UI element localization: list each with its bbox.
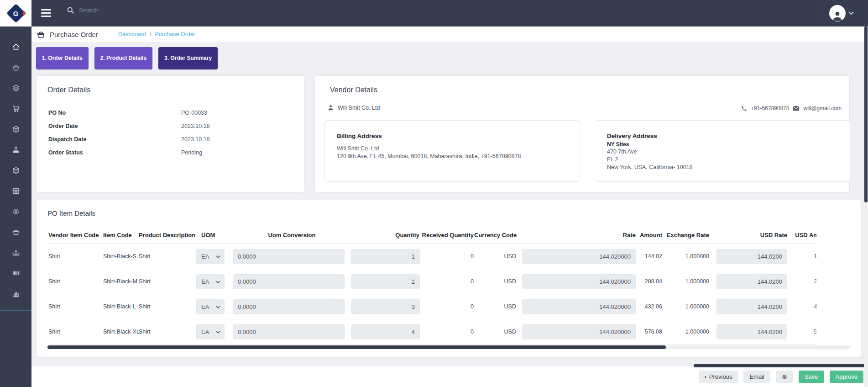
usd-rate-input[interactable]: [716, 249, 787, 264]
rate-input[interactable]: [522, 249, 636, 264]
menu-toggle-icon[interactable]: [41, 9, 51, 17]
tab-order-summary[interactable]: 3. Order Summary: [158, 47, 218, 69]
billing-address-card: Billing Address Will Smit Co. Ltd 120 9t…: [324, 120, 580, 182]
cell-currency-code: USD: [474, 244, 517, 269]
col-header-received-quantity: Received Quantity: [420, 227, 474, 244]
logo-letter: G: [13, 9, 19, 17]
box-icon: [11, 125, 21, 134]
breadcrumb-link-dashboard[interactable]: Dashboard: [118, 31, 146, 37]
email-button[interactable]: Email: [743, 371, 770, 383]
col-header-exchange-rate: Exchange Rate: [665, 227, 712, 244]
delivery-line: New York, USA, California- 10018: [607, 164, 693, 170]
sidebar-item-products[interactable]: [0, 78, 31, 98]
cell-exchange-rate: 1.000000: [665, 244, 712, 269]
uom-select[interactable]: EA: [196, 274, 225, 289]
uom-conversion-input[interactable]: [233, 299, 345, 314]
cell-usd-amount: 432.06: [788, 294, 816, 319]
field-order-date: Order Date 2023.10.18: [48, 119, 295, 133]
user-menu[interactable]: [819, 5, 864, 21]
usd-rate-input[interactable]: [716, 324, 787, 339]
col-header-amount: Amount: [636, 227, 665, 244]
field-po-no: PO No PO-00033: [48, 106, 295, 119]
search-input[interactable]: [79, 7, 179, 14]
uom-conversion-input[interactable]: [233, 324, 345, 339]
uom-value: EA: [201, 244, 209, 269]
chevron-left-icon: ‹: [705, 373, 706, 380]
sidebar-nav: [0, 27, 31, 387]
approve-button[interactable]: Approve: [830, 371, 863, 383]
page-vscrollbar-track[interactable]: [864, 27, 868, 387]
sidebar-item-receiving[interactable]: [0, 242, 31, 263]
quantity-input[interactable]: [351, 299, 420, 314]
cell-amount: 288.04: [636, 269, 665, 294]
vendor-name: Will Smit Co. Ltd: [338, 105, 380, 111]
uom-value: EA: [201, 294, 209, 319]
rate-input[interactable]: [522, 299, 636, 314]
uom-conversion-input[interactable]: [233, 274, 345, 289]
sidebar-item-barcode[interactable]: [0, 263, 31, 283]
po-item-details-card: PO Item Details Vendor Item Code Item Co…: [36, 200, 861, 357]
chevron-down-icon: [216, 255, 220, 258]
sidebar-item-catalog[interactable]: [0, 160, 31, 180]
uom-select[interactable]: EA: [196, 299, 225, 314]
basket-icon: [36, 30, 46, 39]
uom-value: EA: [201, 269, 209, 294]
col-header-vendor-item-code: Vendor Item Code: [47, 227, 102, 244]
table-row: Shirt Shirt-Black-L Shirt EA 0 USD 432.0…: [47, 294, 816, 319]
usd-rate-input[interactable]: [716, 299, 787, 314]
page-vscrollbar-thumb[interactable]: [864, 27, 868, 202]
sidebar-item-cart[interactable]: [0, 98, 31, 119]
cell-exchange-rate: 1.000000: [665, 269, 712, 294]
cell-product-description: Shirt: [138, 294, 196, 319]
uom-select[interactable]: EA: [196, 249, 225, 264]
sidebar-item-vendors[interactable]: [0, 139, 31, 160]
sidebar-item-settings[interactable]: [0, 201, 31, 222]
sidebar-item-home[interactable]: [0, 37, 31, 57]
quantity-input[interactable]: [351, 324, 420, 339]
sidebar-item-orders[interactable]: [0, 57, 31, 78]
home-icon: [11, 42, 21, 52]
col-header-rate: Rate: [517, 227, 636, 244]
wizard-tabs: 1. Order Details 2. Product Details 3. O…: [36, 47, 218, 69]
logo-diamond-icon: G: [6, 4, 25, 23]
usd-rate-input[interactable]: [716, 274, 787, 289]
app-logo[interactable]: G: [0, 0, 31, 27]
breadcrumb-link-purchase-order[interactable]: Purchase Order: [155, 31, 195, 37]
field-dispatch-date: Dispatch Date 2023.10.18: [48, 133, 295, 146]
uom-conversion-input[interactable]: [233, 249, 345, 264]
print-button[interactable]: [776, 371, 793, 383]
tab-product-details[interactable]: 2. Product Details: [94, 47, 152, 69]
cell-vendor-item-code: Shirt: [47, 319, 102, 344]
previous-button[interactable]: ‹ Previous: [699, 371, 738, 383]
field-label: Order Date: [48, 123, 181, 129]
rate-input[interactable]: [522, 324, 636, 339]
table-hscrollbar-track[interactable]: [47, 345, 850, 349]
rate-input[interactable]: [522, 274, 636, 289]
cell-exchange-rate: 1.000000: [665, 294, 712, 319]
cell-item-code: Shirt-Black-M: [102, 269, 138, 294]
uom-select[interactable]: EA: [196, 324, 225, 339]
field-label: Dispatch Date: [48, 136, 181, 143]
quantity-input[interactable]: [351, 274, 420, 289]
bar-chart-icon: [11, 289, 21, 298]
order-details-title: Order Details: [47, 86, 90, 94]
save-button[interactable]: Save: [799, 371, 824, 383]
po-items-table: Vendor Item Code Item Code Product Descr…: [47, 227, 816, 345]
tab-order-details[interactable]: 1. Order Details: [36, 47, 89, 69]
sidebar-item-purchases[interactable]: [0, 222, 31, 242]
cell-usd-amount: 576.08: [788, 319, 816, 344]
page-hscrollbar-thumb[interactable]: [694, 364, 868, 367]
table-header-row: Vendor Item Code Item Code Product Descr…: [47, 227, 816, 244]
field-value: PO-00033: [181, 110, 207, 116]
table-hscrollbar-thumb[interactable]: [47, 345, 666, 349]
chevron-down-icon: [848, 11, 854, 15]
quantity-input[interactable]: [351, 249, 420, 264]
billing-address-title: Billing Address: [337, 133, 382, 139]
po-item-details-title: PO Item Details: [47, 209, 95, 217]
cell-currency-code: USD: [474, 319, 517, 344]
previous-label: Previous: [709, 373, 732, 380]
sidebar-item-inventory[interactable]: [0, 119, 31, 139]
field-value: 2023.10.18: [181, 136, 210, 143]
sidebar-item-reports[interactable]: [0, 283, 31, 304]
sidebar-item-store[interactable]: [0, 180, 31, 201]
